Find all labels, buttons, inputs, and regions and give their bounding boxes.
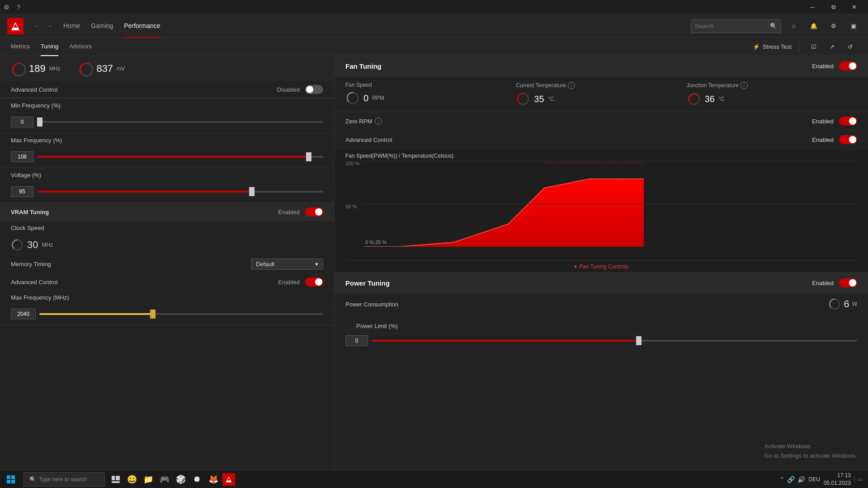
clock-speed-unit: MHz (42, 242, 53, 248)
settings-icon[interactable]: ⚙ (4, 4, 9, 11)
fan-tuning-status: Enabled (812, 63, 834, 70)
max-freq-mhz-input[interactable] (11, 309, 36, 319)
refresh-icon-btn[interactable]: ↺ (843, 40, 857, 54)
stress-test-icon: ⚡ (753, 43, 760, 50)
chevron-up-icon[interactable]: ⌃ (780, 476, 784, 483)
memory-timing-dropdown[interactable]: Default ▾ (251, 258, 323, 270)
clock-gauge-icon (11, 239, 24, 251)
taskbar-sys-icons: ⌃ 🔗 🔊 (780, 476, 805, 483)
max-freq-mhz-fill (39, 313, 153, 315)
voltage-thumb[interactable] (249, 187, 255, 196)
sub-nav-tabs: Metrics Tuning Advisors (11, 38, 92, 56)
power-limit-thumb[interactable] (636, 336, 642, 345)
zero-rpm-info-icon[interactable]: i (375, 117, 382, 125)
fan-speed-unit: RPM (372, 95, 384, 101)
power-limit-input[interactable] (345, 335, 368, 346)
close-button[interactable]: ✕ (844, 0, 864, 14)
start-button[interactable] (0, 470, 22, 488)
max-freq-mhz-thumb[interactable] (150, 310, 156, 319)
tab-metrics[interactable]: Metrics (11, 38, 30, 56)
advanced-control-label: Advanced Control (11, 86, 57, 93)
taskbar-search-box[interactable]: 🔍 Type here to search (24, 472, 105, 487)
current-temp-info-icon[interactable]: i (568, 82, 575, 89)
advanced-control-toggle[interactable] (305, 85, 323, 94)
max-freq-thumb[interactable] (306, 152, 311, 161)
vram-tuning-section: VRAM Tuning Enabled Clock Speed 30 MHz (0, 203, 334, 325)
power-limit-slider-container (345, 333, 857, 348)
tab-advisors[interactable]: Advisors (69, 38, 92, 56)
nav-item-performance[interactable]: Performance (124, 14, 160, 38)
power-consumption-row: Power Consumption 6 W (335, 293, 868, 315)
voltage-gauge-icon (78, 61, 93, 76)
xbox-button[interactable]: 🎮 (157, 472, 172, 487)
min-freq-input[interactable] (11, 117, 33, 127)
windows-icon (6, 475, 15, 484)
max-freq-mhz-label: Max Frequency (MHz) (11, 294, 69, 301)
search-input[interactable] (695, 23, 770, 29)
max-freq-input[interactable] (11, 151, 33, 162)
favorite-button[interactable]: ☆ (787, 19, 801, 33)
volume-icon[interactable]: 🔊 (797, 476, 805, 483)
checkbox-icon-btn[interactable]: ☑ (807, 40, 821, 54)
power-consumption-label: Power Consumption (345, 301, 825, 308)
search-box[interactable]: 🔍 (691, 19, 781, 33)
min-freq-label-row: Min Frequency (%) (0, 99, 334, 113)
min-freq-thumb[interactable] (37, 117, 42, 127)
fan-speed-value-row: 0 RPM (345, 91, 516, 105)
minimize-button[interactable]: ─ (802, 0, 823, 14)
firefox-button[interactable]: 🦊 (206, 472, 221, 487)
svg-rect-9 (7, 475, 10, 479)
taskbar-icons: 😀 📁 🎮 🎲 ⏺ 🦊 (108, 472, 235, 487)
max-freq-fill (37, 156, 309, 158)
file-explorer-button[interactable]: 📁 (141, 472, 156, 487)
zero-rpm-label: Zero RPM i (345, 117, 382, 125)
power-limit-track[interactable] (372, 340, 857, 342)
max-freq-mhz-slider-row (0, 305, 334, 325)
task-view-button[interactable] (108, 472, 123, 487)
vram-advanced-toggle[interactable] (305, 277, 323, 286)
current-temp-unit: °C (548, 96, 554, 102)
display-button[interactable]: ▣ (846, 19, 861, 33)
nav-item-home[interactable]: Home (63, 14, 80, 38)
junction-temp-label: Junction Temperature i (687, 82, 857, 89)
vram-advanced-right: Enabled (278, 277, 323, 286)
forward-button[interactable]: → (43, 20, 56, 33)
network-icon[interactable]: 🔗 (787, 476, 795, 483)
amd-taskbar-button[interactable] (222, 473, 235, 486)
min-freq-track[interactable] (37, 121, 323, 123)
obs-button[interactable]: ⏺ (190, 472, 204, 487)
power-tuning-title: Power Tuning (345, 279, 390, 287)
emoji-app-button[interactable]: 😀 (125, 472, 139, 487)
max-freq-track[interactable] (37, 156, 323, 158)
nav-items: Home Gaming Performance (63, 14, 684, 38)
chevron-down-icon: ▾ (574, 263, 577, 270)
nav-item-gaming[interactable]: Gaming (91, 14, 113, 38)
fan-tuning-toggle[interactable] (839, 61, 857, 70)
fan-advanced-toggle[interactable] (839, 135, 857, 144)
zero-rpm-right: Enabled (812, 117, 857, 126)
restore-button[interactable]: ⧉ (823, 0, 844, 14)
fan-tuning-controls-button[interactable]: ▾ Fan Tuning Controls (345, 260, 857, 272)
show-desktop-icon[interactable]: ▭ (854, 476, 863, 483)
help-icon[interactable]: ? (17, 4, 20, 11)
min-freq-slider-container (11, 117, 323, 127)
tab-tuning[interactable]: Tuning (41, 38, 58, 56)
back-button[interactable]: ← (31, 20, 43, 33)
share-icon-btn[interactable]: ↗ (825, 40, 839, 54)
voltage-input[interactable] (11, 186, 33, 197)
stress-test-button[interactable]: ⚡ Stress Test (753, 43, 792, 50)
search-icon: 🔍 (770, 23, 777, 29)
steam-button[interactable]: 🎲 (174, 472, 188, 487)
power-tuning-toggle[interactable] (839, 278, 857, 287)
notification-button[interactable]: 🔔 (807, 19, 821, 33)
fan-chart-area: Fan Speed(PWM(%)) / Temperature(Celsius)… (335, 149, 868, 273)
junction-temp-value: 36 (705, 94, 715, 104)
min-freq-section: Min Frequency (%) (0, 99, 334, 133)
voltage-track[interactable] (37, 191, 323, 192)
max-freq-mhz-track[interactable] (39, 313, 323, 315)
vram-tuning-toggle[interactable] (305, 207, 323, 216)
junction-temp-info-icon[interactable]: i (741, 82, 748, 89)
task-view-icon (112, 476, 120, 483)
settings-header-button[interactable]: ⚙ (826, 19, 841, 33)
zero-rpm-toggle[interactable] (839, 117, 857, 126)
